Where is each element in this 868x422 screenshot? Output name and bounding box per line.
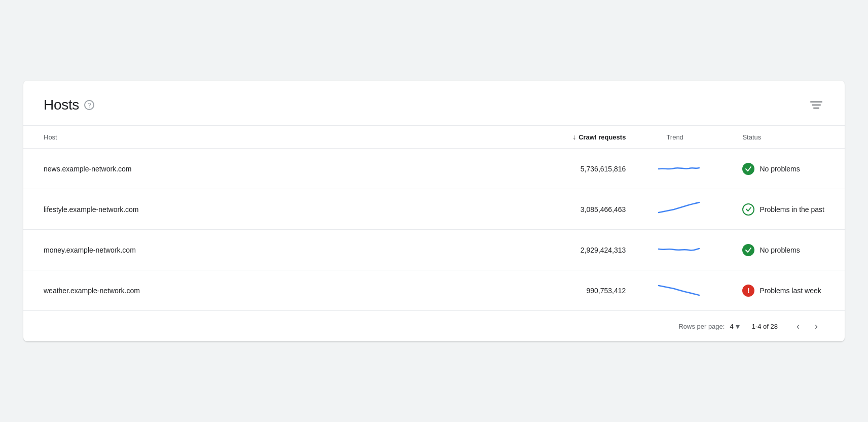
checkmark-icon	[745, 165, 752, 172]
rows-per-page-label: Rows per page:	[678, 323, 725, 330]
next-page-button[interactable]: ›	[808, 318, 824, 334]
checkmark-outline-icon	[745, 206, 752, 213]
status-wrapper: Problems in the past	[742, 203, 824, 216]
hosts-card: Hosts ? Host ↓Crawl requests Trend Statu…	[23, 81, 845, 341]
table-row[interactable]: weather.example-network.com990,753,412!P…	[23, 270, 845, 311]
status-cell: No problems	[722, 230, 845, 270]
filter-line-1	[810, 101, 822, 102]
trend-chart	[656, 240, 702, 258]
filter-line-2	[812, 104, 821, 106]
trend-cell	[646, 189, 722, 230]
status-cell: No problems	[722, 149, 845, 189]
col-status: Status	[722, 126, 845, 149]
status-cell: Problems in the past	[722, 189, 845, 230]
host-cell: lifestyle.example-network.com	[23, 189, 475, 230]
rows-per-page-value: 4	[730, 323, 733, 330]
col-host: Host	[23, 126, 475, 149]
pagination-info: 1-4 of 28	[752, 323, 778, 330]
filter-line-3	[813, 108, 819, 109]
host-cell: weather.example-network.com	[23, 270, 475, 311]
status-wrapper: No problems	[742, 163, 824, 175]
status-text: Problems in the past	[760, 205, 824, 214]
pagination-nav: ‹ ›	[790, 318, 824, 334]
crawl-requests-cell: 5,736,615,816	[475, 149, 646, 189]
trend-cell	[646, 230, 722, 270]
rows-per-page-select[interactable]: 4 ▾	[730, 322, 739, 331]
status-icon-outline	[742, 203, 754, 216]
status-icon-error: !	[742, 285, 754, 297]
filter-button[interactable]	[808, 99, 824, 111]
card-header: Hosts ?	[23, 81, 845, 125]
status-wrapper: No problems	[742, 244, 824, 256]
crawl-requests-cell: 2,929,424,313	[475, 230, 646, 270]
table-row[interactable]: money.example-network.com2,929,424,313No…	[23, 230, 845, 270]
crawl-requests-cell: 990,753,412	[475, 270, 646, 311]
table-footer: Rows per page: 4 ▾ 1-4 of 28 ‹ ›	[23, 310, 845, 341]
title-row: Hosts ?	[44, 97, 94, 113]
prev-page-button[interactable]: ‹	[790, 318, 806, 334]
status-cell: !Problems last week	[722, 270, 845, 311]
trend-chart	[656, 199, 702, 218]
table-row[interactable]: lifestyle.example-network.com3,085,466,4…	[23, 189, 845, 230]
rows-per-page-section: Rows per page: 4 ▾	[678, 322, 739, 331]
checkmark-icon	[745, 247, 752, 254]
status-text: No problems	[760, 165, 800, 173]
table-row[interactable]: news.example-network.com5,736,615,816No …	[23, 149, 845, 189]
page-title: Hosts	[44, 97, 79, 113]
host-cell: money.example-network.com	[23, 230, 475, 270]
status-icon-green	[742, 244, 754, 256]
crawl-requests-cell: 3,085,466,463	[475, 189, 646, 230]
trend-chart	[656, 280, 702, 299]
chevron-down-icon: ▾	[736, 322, 740, 331]
status-text: Problems last week	[760, 287, 821, 295]
trend-cell	[646, 270, 722, 311]
status-text: No problems	[760, 246, 800, 254]
col-trend: Trend	[646, 126, 722, 149]
trend-cell	[646, 149, 722, 189]
help-icon[interactable]: ?	[84, 100, 94, 110]
host-cell: news.example-network.com	[23, 149, 475, 189]
sort-arrow-icon: ↓	[572, 133, 576, 141]
col-crawl-requests[interactable]: ↓Crawl requests	[475, 126, 646, 149]
hosts-table: Host ↓Crawl requests Trend Status news.e…	[23, 125, 845, 310]
status-icon-green	[742, 163, 754, 175]
trend-chart	[656, 159, 702, 177]
status-wrapper: !Problems last week	[742, 285, 824, 297]
table-header-row: Host ↓Crawl requests Trend Status	[23, 126, 845, 149]
